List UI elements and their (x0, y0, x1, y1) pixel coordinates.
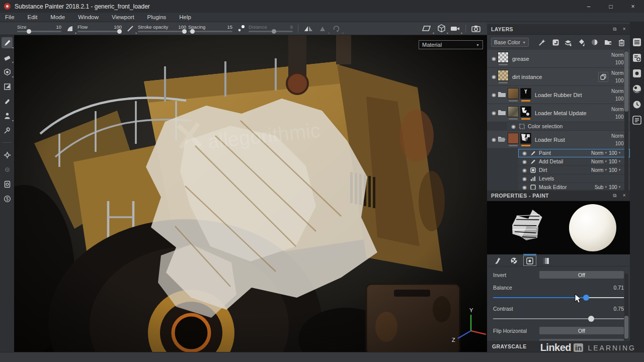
opacity-dropdown[interactable]: 100▾ (609, 159, 620, 164)
clone-stamp-tool-icon[interactable]: ▾ (2, 110, 13, 121)
eraser-tool-icon[interactable]: ▾ (2, 52, 13, 63)
opacity-dropdown[interactable]: 100▾ (609, 167, 620, 173)
substance-source-icon[interactable] (2, 193, 13, 204)
effect-row-mask-editor[interactable]: ◉ Mask Editor Sub▾ 100▾ × (518, 183, 630, 190)
close-button[interactable]: × (622, 0, 644, 13)
folder-icon[interactable] (498, 90, 506, 100)
opacity-dropdown[interactable]: 100▾ (609, 185, 620, 190)
visibility-toggle-icon[interactable]: ◉ (521, 167, 528, 173)
symmetry-toggle-icon[interactable] (302, 24, 314, 34)
polygon-fill-tool-icon[interactable] (2, 81, 13, 92)
layer-row-loader-metal-update[interactable]: ◉ Loader Metal Update Norm▾ 100▾ (487, 104, 630, 122)
instance-link-icon[interactable] (598, 72, 608, 82)
add-mask-icon[interactable] (591, 38, 599, 47)
history-dock-icon[interactable] (632, 100, 642, 109)
menu-plugins[interactable]: Plugins (147, 14, 167, 20)
close-panel-icon[interactable]: × (623, 26, 626, 32)
effect-row-dirt[interactable]: ◉ Dirt Norm▾ 100▾ × (518, 166, 630, 174)
group-thumbnail[interactable] (508, 106, 519, 117)
shading-mode-dropdown[interactable]: Material ▼ (419, 40, 483, 49)
visibility-toggle-icon[interactable]: ◉ (521, 176, 528, 182)
particles-settings-icon[interactable] (2, 164, 13, 175)
stroke-opacity-slider[interactable]: Stroke opacity100 (138, 25, 186, 32)
add-folder-icon[interactable] (604, 38, 613, 47)
menu-viewport[interactable]: Viewport (112, 14, 134, 20)
mask-thumbnail[interactable] (520, 133, 531, 144)
menu-file[interactable]: File (5, 14, 15, 20)
visibility-toggle-icon[interactable]: ◉ (490, 110, 498, 116)
undock-panel-icon[interactable]: ⧉ (613, 193, 617, 199)
balance-slider[interactable] (493, 295, 624, 301)
blend-mode-dropdown[interactable]: Norm▾ (591, 167, 607, 173)
invert-toggle-button[interactable]: Off (539, 271, 624, 279)
alpha-texture-preview[interactable] (501, 204, 551, 252)
add-effect-icon[interactable] (538, 38, 546, 47)
add-fill-layer-icon[interactable] (578, 38, 586, 47)
group-thumbnail[interactable] (508, 133, 519, 144)
layer-thumbnail[interactable] (498, 70, 509, 81)
minimize-button[interactable]: – (578, 0, 600, 13)
layer-row-grease[interactable]: ◉ grease Norm▾ 100▾ (487, 50, 630, 68)
material-sphere-preview[interactable] (569, 204, 616, 251)
visibility-toggle-icon[interactable]: ◉ (510, 124, 517, 129)
properties-scrollbar[interactable] (624, 274, 628, 340)
blend-mode-dropdown[interactable]: Norm▾ (591, 150, 607, 156)
particles-tool-icon[interactable] (2, 149, 13, 160)
menu-edit[interactable]: Edit (28, 14, 38, 20)
lazy-mouse-icon[interactable] (235, 24, 248, 34)
texture-set-settings-dock-icon[interactable] (632, 53, 642, 62)
size-falloff-curve-icon[interactable]: ▾ (65, 24, 75, 34)
effect-row-levels[interactable]: ◉ Levels × (518, 174, 630, 183)
resources-updater-icon[interactable] (2, 178, 13, 190)
visibility-toggle-icon[interactable]: ◉ (490, 137, 498, 142)
menu-window[interactable]: Window (78, 14, 99, 20)
spacing-slider[interactable]: Spacing15 (188, 25, 232, 32)
visibility-toggle-icon[interactable]: ◉ (521, 150, 528, 156)
smudge-tool-icon[interactable] (2, 96, 13, 107)
undock-panel-icon[interactable]: ⧉ (613, 26, 617, 32)
effect-row-add-detail[interactable]: ◉ Add Detail Norm▾ 100▾ × (518, 157, 630, 166)
log-dock-icon[interactable] (632, 115, 642, 125)
maximize-button[interactable]: □ (600, 0, 622, 13)
channel-dropdown[interactable]: Base Color▼ (491, 38, 529, 47)
flip-horizontal-toggle-button[interactable]: Off (539, 327, 624, 334)
layer-row-loader-rust[interactable]: ◉ Loader Rust Norm▾ 100▾ (487, 131, 630, 149)
projection-tool-icon[interactable]: ▾ (2, 66, 13, 77)
screenshot-camera-icon[interactable] (470, 24, 482, 34)
opacity-dropdown[interactable]: 100▾ (609, 150, 620, 156)
symmetry-plane-icon[interactable]: ▾ (316, 24, 329, 34)
menu-help[interactable]: Help (179, 14, 191, 20)
blend-mode-dropdown[interactable]: Sub▾ (595, 185, 607, 190)
3d-viewport[interactable]: allegorithmic X Y Z Material ▼ (14, 35, 487, 352)
grayscale-tab-icon[interactable] (523, 255, 536, 266)
shelf-dock-icon[interactable] (632, 68, 642, 78)
layer-row-loader-rubber-dirt[interactable]: ◉ Loader Rubber Dirt Norm▾ 100▾ (487, 86, 630, 104)
brush-stroke-tab-icon[interactable] (491, 255, 504, 266)
layers-dock-icon[interactable] (632, 37, 642, 47)
layers-scrollbar[interactable] (624, 50, 628, 193)
material-picker-tool-icon[interactable] (2, 125, 13, 136)
visibility-toggle-icon[interactable]: ◉ (490, 56, 498, 61)
contrast-slider[interactable] (493, 316, 624, 322)
size-slider[interactable]: Size10 (17, 25, 61, 32)
camera-view-icon[interactable]: ▾ (449, 24, 461, 34)
add-smart-material-icon[interactable] (551, 38, 560, 47)
balance-value[interactable]: 0.71 (614, 285, 624, 291)
delete-layer-icon[interactable] (617, 38, 626, 47)
folder-icon[interactable] (498, 109, 506, 118)
visibility-toggle-icon[interactable]: ◉ (521, 185, 528, 190)
effect-row-color-selection[interactable]: ◉ Color selection × (507, 122, 630, 131)
blend-mode-dropdown[interactable]: Norm▾ (591, 159, 607, 164)
pattern-tab-icon[interactable] (507, 255, 520, 266)
pivot-rotation-icon[interactable]: ▾ (331, 24, 343, 34)
3d-2d-view-icon[interactable]: ▾ (435, 24, 447, 34)
flow-slider[interactable]: Flow100 (77, 25, 122, 32)
visibility-toggle-icon[interactable]: ◉ (490, 92, 498, 98)
mask-thumbnail[interactable] (520, 106, 531, 117)
menu-mode[interactable]: Mode (50, 14, 65, 20)
visibility-toggle-icon[interactable]: ◉ (490, 74, 498, 79)
mask-thumbnail[interactable] (520, 88, 531, 99)
paint-brush-tool-icon[interactable]: ▾ (2, 37, 13, 48)
group-thumbnail[interactable] (508, 88, 519, 99)
gradient-tab-icon[interactable] (539, 255, 552, 266)
